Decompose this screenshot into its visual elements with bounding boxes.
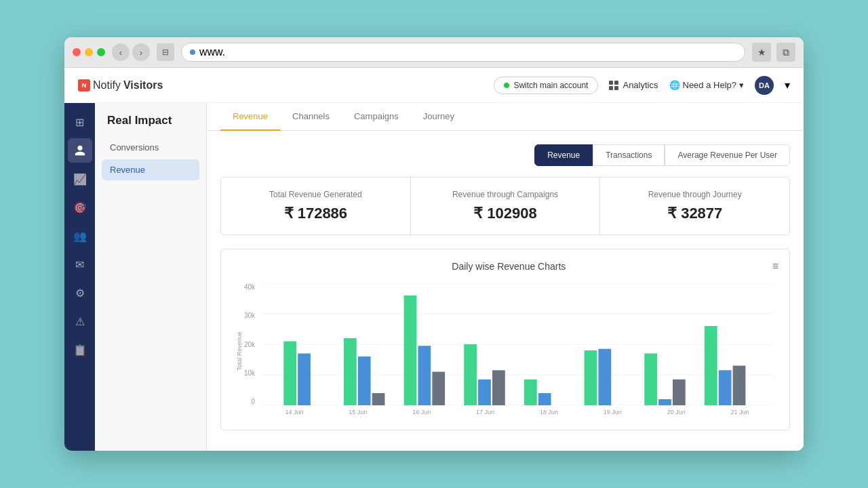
switch-account-button[interactable]: Switch main account — [494, 77, 598, 94]
chart-y-axis: 40k 30k 20k 10k 0 — [232, 283, 259, 405]
address-bar[interactable]: www. — [181, 43, 745, 62]
content-body: Revenue Transactions Average Revenue Per… — [207, 131, 804, 451]
y-label-10k: 10k — [244, 369, 255, 377]
minimize-button[interactable] — [85, 48, 93, 56]
y-label-0: 0 — [251, 398, 255, 405]
avg-revenue-button[interactable]: Average Revenue Per User — [665, 144, 790, 166]
svg-rect-24 — [719, 370, 732, 405]
sidebar-item-segments[interactable]: 👥 — [68, 224, 92, 248]
maximize-button[interactable] — [97, 48, 105, 56]
svg-rect-5 — [283, 342, 296, 406]
user-avatar[interactable]: DA — [755, 76, 774, 95]
y-label-20k: 20k — [244, 341, 255, 348]
svg-rect-15 — [492, 370, 505, 405]
chart-menu-icon[interactable]: ≡ — [772, 260, 778, 272]
svg-rect-17 — [538, 393, 551, 405]
app-content: N NotifyVisitors Switch main account Ana… — [64, 68, 804, 451]
online-indicator — [504, 83, 509, 88]
sidebar-item-campaigns[interactable]: 🎯 — [68, 195, 92, 220]
sidebar-nav: Real Impact Conversions Revenue — [95, 103, 207, 451]
app-logo: N NotifyVisitors — [78, 79, 163, 92]
y-label-30k: 30k — [244, 312, 255, 319]
user-menu-chevron[interactable]: ▾ — [785, 79, 790, 92]
traffic-lights — [73, 48, 105, 56]
sidebar-item-reports[interactable]: 📋 — [68, 338, 92, 362]
help-button[interactable]: 🌐 Need a Help? ▾ — [669, 80, 745, 90]
svg-rect-7 — [344, 338, 357, 405]
back-button[interactable]: ‹ — [112, 43, 130, 61]
stat-journey-revenue-label: Revenue through Journey — [614, 190, 776, 199]
stat-total-revenue-value: ₹ 172886 — [235, 205, 397, 222]
chart-container: Daily wise Revenue Charts ≡ Total Revenu… — [220, 249, 790, 430]
svg-rect-9 — [372, 393, 385, 405]
x-labels: 14 Jun 15 Jun 16 Jun 17 Jun 18 Jun 19 Ju… — [262, 405, 772, 419]
sidebar-item-analytics[interactable]: 📈 — [68, 167, 92, 191]
stat-campaign-revenue-label: Revenue through Campaigns — [425, 190, 587, 199]
address-text: www. — [199, 46, 225, 58]
stat-journey-revenue: Revenue through Journey ₹ 32877 — [600, 178, 789, 235]
sidebar-item-dashboard[interactable]: ⊞ — [68, 110, 92, 134]
svg-rect-11 — [418, 346, 431, 405]
stat-journey-revenue-value: ₹ 32877 — [614, 205, 776, 222]
sidebar-toggle[interactable]: ⊟ — [157, 43, 174, 61]
tab-channels[interactable]: Channels — [280, 103, 342, 131]
svg-rect-13 — [464, 344, 477, 405]
logo-notify: Notify — [93, 79, 121, 92]
sidebar-item-contacts[interactable] — [68, 138, 92, 163]
copy-icon[interactable]: ⧉ — [776, 43, 795, 62]
transactions-button[interactable]: Transactions — [593, 144, 665, 166]
x-label-21jun: 21 Jun — [731, 409, 749, 415]
svg-rect-22 — [673, 380, 686, 405]
sidebar-nav-conversions[interactable]: Conversions — [102, 137, 199, 158]
stat-total-revenue: Total Revenue Generated ₹ 172886 — [221, 178, 411, 235]
x-label-20jun: 20 Jun — [667, 409, 686, 415]
svg-rect-18 — [585, 350, 597, 405]
close-button[interactable] — [73, 48, 81, 56]
svg-rect-19 — [598, 349, 611, 405]
stat-total-revenue-label: Total Revenue Generated — [235, 190, 397, 199]
y-label-40k: 40k — [244, 283, 255, 291]
main-layout: ⊞ 📈 🎯 👥 ✉ ⚙ ⚠ 📋 Real Impact Conversions … — [64, 103, 804, 451]
app-header: N NotifyVisitors Switch main account Ana… — [64, 68, 804, 103]
sidebar-nav-revenue[interactable]: Revenue — [102, 159, 199, 180]
sidebar-item-alerts[interactable]: ⚠ — [68, 309, 92, 333]
content-tabs: Revenue Channels Campaigns Journey — [207, 103, 804, 131]
chart-title: Daily wise Revenue Charts — [245, 261, 772, 272]
chart-plot — [262, 283, 772, 405]
nav-buttons: ‹ › — [112, 43, 150, 61]
svg-rect-12 — [432, 372, 445, 406]
svg-rect-23 — [705, 326, 717, 405]
stat-campaign-revenue: Revenue through Campaigns ₹ 102908 — [411, 178, 601, 235]
grid-icon — [609, 81, 618, 90]
chart-area: Total Revenue 40k 30k 20k 10k 0 — [232, 283, 778, 419]
forward-button[interactable]: › — [132, 43, 150, 61]
svg-rect-8 — [358, 357, 371, 405]
sidebar-section-title: Real Impact — [102, 114, 199, 127]
x-label-18jun: 18 Jun — [540, 409, 558, 415]
svg-rect-21 — [658, 399, 671, 405]
tab-campaigns[interactable]: Campaigns — [342, 103, 411, 131]
sidebar-icons: ⊞ 📈 🎯 👥 ✉ ⚙ ⚠ 📋 — [64, 103, 95, 451]
analytics-button[interactable]: Analytics — [609, 80, 658, 90]
svg-rect-16 — [524, 380, 537, 405]
svg-rect-14 — [478, 380, 491, 405]
x-label-16jun: 16 Jun — [412, 409, 431, 415]
header-right: Switch main account Analytics 🌐 Need a H… — [494, 76, 790, 95]
svg-rect-20 — [644, 354, 657, 406]
chart-header: Daily wise Revenue Charts ≡ — [232, 260, 778, 272]
revenue-type-buttons: Revenue Transactions Average Revenue Per… — [220, 144, 790, 166]
tab-journey[interactable]: Journey — [411, 103, 467, 131]
browser-actions: ★ ⧉ — [752, 43, 795, 62]
sidebar-item-send[interactable]: ✉ — [68, 252, 92, 277]
stats-cards: Total Revenue Generated ₹ 172886 Revenue… — [220, 177, 790, 235]
tab-revenue[interactable]: Revenue — [220, 103, 280, 131]
content-area: Revenue Channels Campaigns Journey Reven… — [207, 103, 804, 451]
ssl-icon — [190, 49, 195, 55]
svg-rect-6 — [298, 354, 311, 406]
revenue-button[interactable]: Revenue — [534, 144, 593, 166]
sidebar-item-settings[interactable]: ⚙ — [68, 281, 92, 305]
bookmark-icon[interactable]: ★ — [752, 43, 771, 62]
x-label-17jun: 17 Jun — [476, 409, 494, 415]
svg-rect-25 — [733, 366, 746, 406]
bars-chart — [262, 283, 772, 405]
